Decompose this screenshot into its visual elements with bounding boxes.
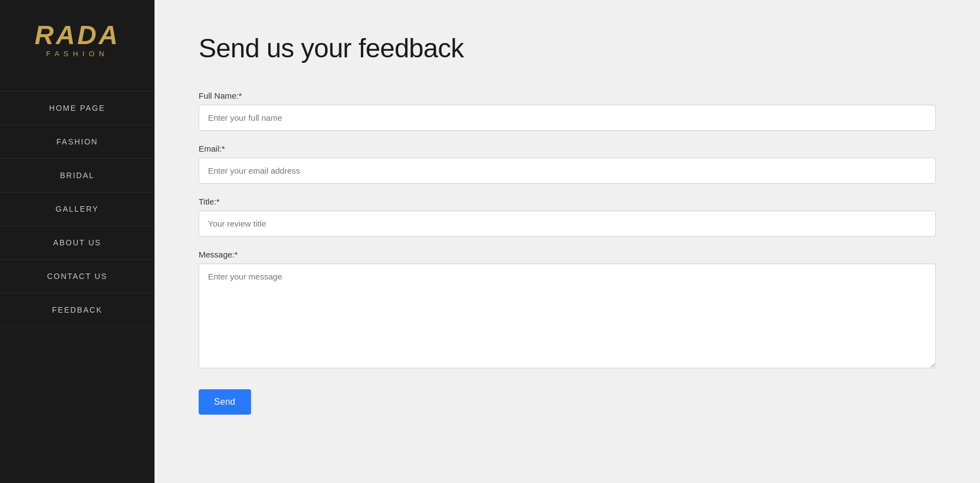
- message-textarea[interactable]: [199, 264, 936, 368]
- sidebar-item-gallery[interactable]: GALLERY: [0, 192, 155, 226]
- sidebar-item-feedback[interactable]: FEEDBACK: [0, 293, 155, 327]
- full-name-group: Full Name:*: [199, 91, 936, 131]
- feedback-form: Full Name:* Email:* Title:* Message:* Se…: [199, 91, 936, 415]
- email-label: Email:*: [199, 144, 936, 153]
- sidebar-item-contact-us[interactable]: CONTACT US: [0, 259, 155, 293]
- message-label: Message:*: [199, 250, 936, 259]
- title-group: Title:*: [199, 197, 936, 237]
- message-group: Message:*: [199, 250, 936, 371]
- title-label: Title:*: [199, 197, 936, 206]
- sidebar-item-about-us[interactable]: ABOUT US: [0, 226, 155, 259]
- email-input[interactable]: [199, 158, 936, 184]
- sidebar-item-fashion[interactable]: FASHION: [0, 125, 155, 158]
- main-content: Send us your feedback Full Name:* Email:…: [155, 0, 980, 483]
- nav-menu: HOME PAGE FASHION BRIDAL GALLERY ABOUT U…: [0, 91, 155, 327]
- full-name-label: Full Name:*: [199, 91, 936, 100]
- logo-area: RADA FASHION: [24, 0, 131, 91]
- sidebar-item-bridal[interactable]: BRIDAL: [0, 158, 155, 192]
- full-name-input[interactable]: [199, 105, 936, 131]
- page-title: Send us your feedback: [199, 33, 936, 63]
- logo-brand: RADA: [35, 22, 120, 49]
- sidebar-item-home-page[interactable]: HOME PAGE: [0, 91, 155, 125]
- sidebar: RADA FASHION HOME PAGE FASHION BRIDAL GA…: [0, 0, 155, 483]
- send-button[interactable]: Send: [199, 389, 251, 415]
- title-input[interactable]: [199, 211, 936, 237]
- email-group: Email:*: [199, 144, 936, 184]
- logo-sub: FASHION: [46, 50, 108, 58]
